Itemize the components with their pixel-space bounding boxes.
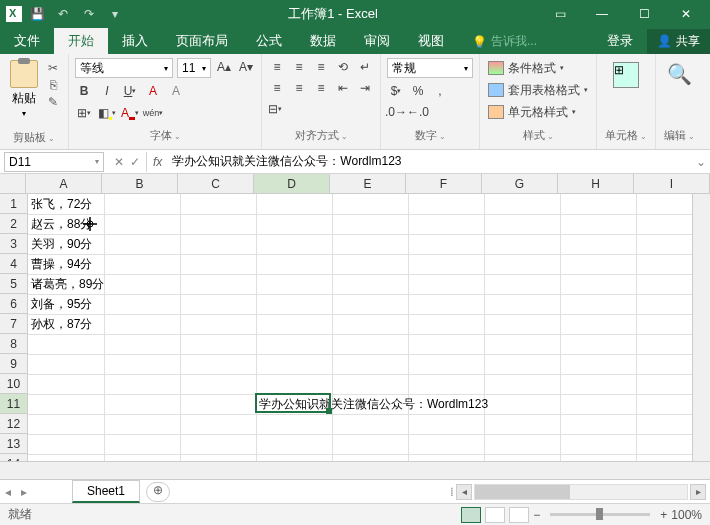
name-box[interactable]: D11▾ (4, 152, 104, 172)
phonetic-button[interactable]: wén▾ (144, 104, 162, 122)
row-header[interactable]: 10 (0, 374, 27, 394)
align-middle-button[interactable]: ≡ (290, 58, 308, 76)
cell[interactable]: 赵云，88分 (28, 214, 95, 234)
increase-decimal-button[interactable]: .0→ (387, 103, 405, 121)
select-all-corner[interactable] (0, 174, 26, 193)
col-header[interactable]: E (330, 174, 406, 193)
bold-button[interactable]: B (75, 82, 93, 100)
merge-button[interactable]: ⊟▾ (268, 100, 282, 118)
cut-button[interactable]: ✂ (44, 60, 62, 76)
cells-icon[interactable]: ⊞ (613, 62, 639, 88)
border-button[interactable]: ⊞▾ (75, 104, 93, 122)
col-header[interactable]: C (178, 174, 254, 193)
shrink-font-button[interactable]: A▾ (237, 58, 255, 76)
view-pagebreak-button[interactable] (509, 507, 529, 523)
cancel-icon[interactable]: ✕ (114, 155, 124, 169)
increase-indent-button[interactable]: ⇥ (356, 79, 374, 97)
copy-button[interactable]: ⎘ (44, 77, 62, 93)
row-header[interactable]: 6 (0, 294, 27, 314)
col-header[interactable]: B (102, 174, 178, 193)
align-left-button[interactable]: ≡ (268, 79, 286, 97)
conditional-format-button[interactable]: 条件格式▾ (488, 58, 588, 78)
row-header[interactable]: 8 (0, 334, 27, 354)
comma-button[interactable]: , (431, 82, 449, 100)
font-small-a-icon[interactable]: A (167, 82, 185, 100)
col-header[interactable]: I (634, 174, 710, 193)
row-header[interactable]: 2 (0, 214, 27, 234)
save-button[interactable]: 💾 (26, 3, 48, 25)
tab-view[interactable]: 视图 (404, 28, 458, 54)
scroll-left-button[interactable]: ◂ (456, 484, 472, 500)
enter-icon[interactable]: ✓ (130, 155, 140, 169)
close-button[interactable]: ✕ (666, 0, 706, 28)
row-header[interactable]: 9 (0, 354, 27, 374)
decrease-decimal-button[interactable]: ←.0 (409, 103, 427, 121)
fill-color-button[interactable]: ◧▾ (98, 104, 116, 122)
minimize-button[interactable]: — (582, 0, 622, 28)
col-header[interactable]: H (558, 174, 634, 193)
font-name-combo[interactable]: 等线▾ (75, 58, 173, 78)
view-normal-button[interactable] (461, 507, 481, 523)
tab-layout[interactable]: 页面布局 (162, 28, 242, 54)
col-header[interactable]: D (254, 174, 330, 193)
cell[interactable]: 刘备，95分 (28, 294, 95, 314)
tab-home[interactable]: 开始 (54, 28, 108, 54)
cell[interactable]: 张飞，72分 (28, 194, 95, 214)
zoom-in-button[interactable]: + (660, 508, 667, 522)
cell[interactable]: 诸葛亮，89分 (28, 274, 107, 294)
row-header[interactable]: 7 (0, 314, 27, 334)
row-header[interactable]: 1 (0, 194, 27, 214)
row-header[interactable]: 4 (0, 254, 27, 274)
tell-me[interactable]: 💡告诉我... (458, 29, 551, 54)
decrease-indent-button[interactable]: ⇤ (334, 79, 352, 97)
align-bottom-button[interactable]: ≡ (312, 58, 330, 76)
number-format-combo[interactable]: 常规▾ (387, 58, 473, 78)
percent-button[interactable]: % (409, 82, 427, 100)
col-header[interactable]: A (26, 174, 102, 193)
underline-button[interactable]: U▾ (121, 82, 139, 100)
undo-button[interactable]: ↶ (52, 3, 74, 25)
tab-formula[interactable]: 公式 (242, 28, 296, 54)
grow-font-button[interactable]: A▴ (215, 58, 233, 76)
view-layout-button[interactable] (485, 507, 505, 523)
orientation-button[interactable]: ⟲ (334, 58, 352, 76)
sheet-tab[interactable]: Sheet1 (72, 480, 140, 503)
font-size-combo[interactable]: 11▾ (177, 58, 211, 78)
wrap-text-button[interactable]: ↵ (356, 58, 374, 76)
col-header[interactable]: G (482, 174, 558, 193)
currency-button[interactable]: $▾ (387, 82, 405, 100)
edit-icon[interactable]: 🔍 (667, 62, 693, 88)
sheet-nav-next[interactable]: ▸ (16, 485, 32, 499)
row-header[interactable]: 14 (0, 454, 27, 461)
cell[interactable]: 关羽，90分 (28, 234, 95, 254)
row-header[interactable]: 11 (0, 394, 27, 414)
align-top-button[interactable]: ≡ (268, 58, 286, 76)
format-table-button[interactable]: 套用表格格式▾ (488, 80, 588, 100)
row-header[interactable]: 13 (0, 434, 27, 454)
hscroll[interactable]: ⁞ ◂ ▸ (450, 484, 710, 500)
zoom-out-button[interactable]: − (533, 508, 540, 522)
row-header[interactable]: 12 (0, 414, 27, 434)
expand-formula-icon[interactable]: ⌄ (692, 155, 710, 169)
cell[interactable]: 曹操，94分 (28, 254, 95, 274)
italic-button[interactable]: I (98, 82, 116, 100)
cell-styles-button[interactable]: 单元格样式▾ (488, 102, 588, 122)
cell[interactable]: 孙权，87分 (28, 314, 95, 334)
cells-canvas[interactable]: 张飞，72分赵云，88分关羽，90分曹操，94分诸葛亮，89分刘备，95分孙权，… (28, 194, 692, 461)
vscroll[interactable] (692, 194, 710, 461)
tab-insert[interactable]: 插入 (108, 28, 162, 54)
redo-button[interactable]: ↷ (78, 3, 100, 25)
add-sheet-button[interactable]: ⊕ (146, 482, 170, 502)
scroll-right-button[interactable]: ▸ (690, 484, 706, 500)
maximize-button[interactable]: ☐ (624, 0, 664, 28)
ribbon-options-icon[interactable]: ▭ (540, 0, 580, 28)
font-big-a-icon[interactable]: A (144, 82, 162, 100)
share-button[interactable]: 👤共享 (647, 29, 710, 54)
tab-data[interactable]: 数据 (296, 28, 350, 54)
cell[interactable]: 学办公知识就关注微信公众号：Wordlm123 (256, 394, 491, 414)
tab-review[interactable]: 审阅 (350, 28, 404, 54)
row-header[interactable]: 3 (0, 234, 27, 254)
formula-input[interactable] (168, 152, 692, 172)
align-center-button[interactable]: ≡ (290, 79, 308, 97)
tab-file[interactable]: 文件 (0, 28, 54, 54)
